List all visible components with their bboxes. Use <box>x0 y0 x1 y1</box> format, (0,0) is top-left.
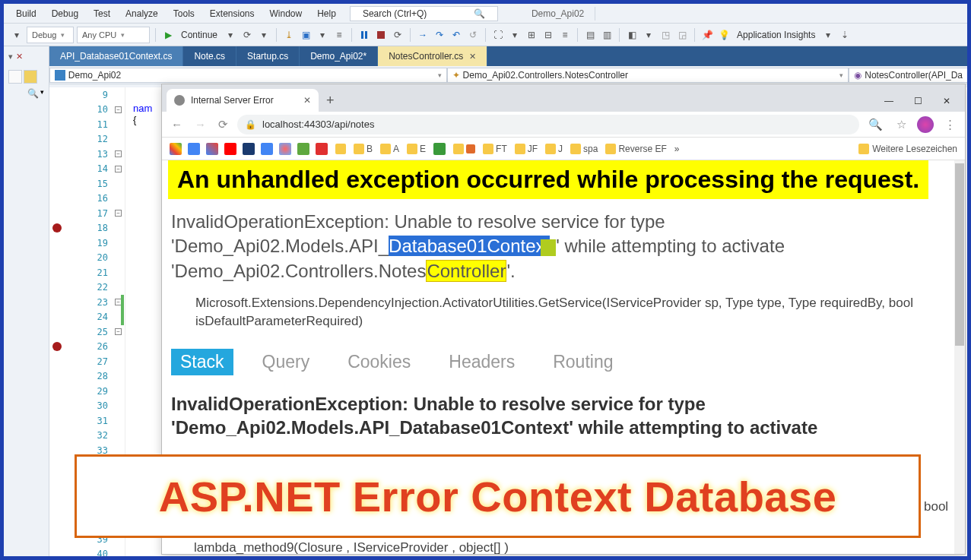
bookmark-folder[interactable]: spa <box>570 144 598 154</box>
menu-help[interactable]: Help <box>309 5 344 22</box>
app-icon[interactable] <box>316 143 328 155</box>
app-icon[interactable] <box>243 143 255 155</box>
close-tab-icon[interactable]: ✕ <box>303 95 311 106</box>
fold-icon[interactable]: − <box>115 210 122 217</box>
bookmark-folder[interactable] <box>335 144 346 154</box>
restart-dropdown-icon[interactable]: ▾ <box>257 28 271 42</box>
tab-cookies[interactable]: Cookies <box>338 349 420 375</box>
youtube-icon[interactable] <box>224 143 236 155</box>
new-tab-button[interactable]: + <box>319 89 342 112</box>
tab-context[interactable]: API_Database01Context.cs <box>49 46 183 66</box>
method-dropdown[interactable]: ◉ NotesController(API_Da <box>849 68 967 83</box>
tab-routing[interactable]: Routing <box>544 349 622 375</box>
tool-dropdown-icon[interactable]: ▾ <box>508 28 522 42</box>
fold-icon[interactable]: − <box>115 150 122 157</box>
breakpoint-icon[interactable] <box>52 223 62 233</box>
screenshot-icon[interactable]: ▣ <box>299 28 313 42</box>
app-icon[interactable] <box>297 143 309 155</box>
menu-window[interactable]: Window <box>262 5 310 22</box>
list-icon[interactable]: ≡ <box>332 28 346 42</box>
step-out-icon[interactable]: ↶ <box>449 28 463 42</box>
star-icon[interactable]: ☆ <box>893 118 909 131</box>
tool-icon[interactable] <box>24 70 37 84</box>
dropdown-icon[interactable]: ▾ <box>8 52 13 62</box>
config-select[interactable]: Debug▾ <box>27 27 74 43</box>
bookmark-folder[interactable] <box>453 144 475 154</box>
profile-avatar[interactable] <box>917 116 934 133</box>
forward-icon[interactable]: → <box>192 118 209 131</box>
restart-icon[interactable]: ⟳ <box>240 28 254 42</box>
platform-select[interactable]: Any CPU▾ <box>77 27 150 43</box>
minimize-button[interactable]: — <box>875 90 903 112</box>
close-button[interactable]: ✕ <box>933 90 960 112</box>
menu-build[interactable]: Build <box>8 5 44 22</box>
continue-dropdown-icon[interactable]: ▾ <box>224 28 237 42</box>
back-icon[interactable]: ← <box>168 118 186 131</box>
fold-icon[interactable]: − <box>115 166 122 172</box>
wrench-icon[interactable] <box>8 70 22 84</box>
pin-icon[interactable]: 📌 <box>700 28 714 42</box>
bookmark-folder[interactable]: E <box>407 144 426 154</box>
menu-tools[interactable]: Tools <box>166 5 202 22</box>
tab-stack[interactable]: Stack <box>171 349 233 375</box>
overflow-icon[interactable]: » <box>674 144 680 154</box>
continue-button[interactable]: Continue <box>181 30 217 40</box>
search-icon[interactable]: 🔍 <box>27 88 39 99</box>
tool-icon[interactable]: ◳ <box>658 28 672 42</box>
translate-icon[interactable] <box>261 143 273 155</box>
fold-icon[interactable]: − <box>115 106 122 113</box>
tool-icon[interactable]: ▥ <box>600 28 614 42</box>
other-bookmarks[interactable]: Weitere Lesezeichen <box>858 144 957 154</box>
bookmark-ext[interactable] <box>433 143 446 155</box>
scrollbar[interactable] <box>954 160 965 554</box>
tool-icon[interactable]: ≡ <box>558 28 572 42</box>
step-icon[interactable]: ⤓ <box>282 28 296 42</box>
maximize-button[interactable]: ☐ <box>904 90 931 112</box>
zoom-icon[interactable]: 🔍 <box>865 118 886 131</box>
close-tab-icon[interactable]: ✕ <box>469 52 476 62</box>
tab-note[interactable]: Note.cs <box>183 46 236 66</box>
tab-startup[interactable]: Startup.cs <box>236 46 300 66</box>
step-over-icon[interactable]: ↷ <box>433 28 446 42</box>
search-input[interactable]: Search (Ctrl+Q) 🔍 <box>350 6 498 21</box>
address-bar[interactable]: 🔒 localhost:44303/api/notes <box>237 115 859 134</box>
dropdown-icon[interactable]: ▾ <box>10 28 24 42</box>
toolbar-dropdown-icon[interactable]: ▾ <box>316 28 329 42</box>
scrollbar-thumb[interactable] <box>955 163 964 346</box>
reload-icon[interactable]: ⟳ <box>215 118 231 131</box>
bookmark-folder[interactable]: Reverse EF <box>605 144 666 154</box>
menu-icon[interactable]: ⋮ <box>941 118 959 131</box>
insights-dropdown-icon[interactable]: ▾ <box>821 28 835 42</box>
bookmark-folder[interactable]: JF <box>515 144 538 154</box>
bookmark-folder[interactable]: B <box>354 144 373 154</box>
browser-tab[interactable]: Internal Server Error ✕ <box>167 89 319 112</box>
tab-notescontroller[interactable]: NotesController.cs✕ <box>378 46 487 66</box>
tab-demo[interactable]: Demo_Api02* <box>300 46 378 66</box>
menu-debug[interactable]: Debug <box>44 5 86 22</box>
app-insights-button[interactable]: Application Insights <box>737 30 815 40</box>
stop-button[interactable] <box>374 28 388 42</box>
bulb-icon[interactable]: 💡 <box>717 28 731 42</box>
tab-query[interactable]: Query <box>253 349 319 375</box>
app-icon[interactable] <box>279 143 291 155</box>
menu-analyze[interactable]: Analyze <box>118 5 166 22</box>
tool-icon[interactable]: ▤ <box>583 28 597 42</box>
project-dropdown[interactable]: Demo_Api02▾ <box>49 68 447 83</box>
google-icon[interactable] <box>170 143 182 155</box>
restart-debug-icon[interactable]: ⟳ <box>391 28 405 42</box>
tab-headers[interactable]: Headers <box>439 349 524 375</box>
menu-test[interactable]: Test <box>86 5 118 22</box>
breakpoint-icon[interactable] <box>52 342 62 351</box>
step-back-icon[interactable]: ↺ <box>466 28 480 42</box>
bookmark-folder[interactable]: A <box>380 144 399 154</box>
overflow-icon[interactable]: ⇣ <box>838 28 852 42</box>
calendar-icon[interactable] <box>188 143 200 155</box>
bookmark-folder[interactable]: J <box>545 144 563 154</box>
tool-icon[interactable]: ⊞ <box>525 28 538 42</box>
flag-dropdown-icon[interactable]: ▾ <box>642 28 655 42</box>
step-into-icon[interactable]: → <box>416 28 430 42</box>
play-icon[interactable]: ▶ <box>161 28 175 42</box>
flag-icon[interactable]: ◧ <box>625 28 639 42</box>
pause-button[interactable] <box>357 28 371 42</box>
close-icon[interactable]: ✕ <box>16 52 23 62</box>
